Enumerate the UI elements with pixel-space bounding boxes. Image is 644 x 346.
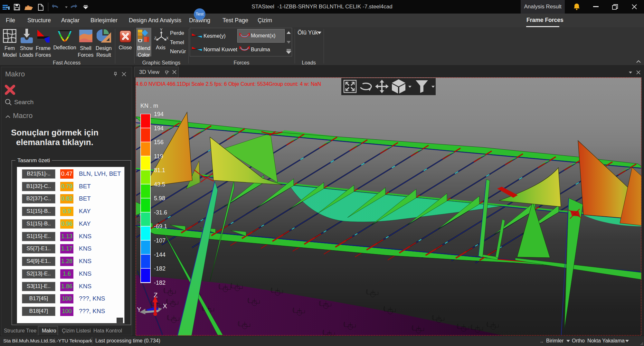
svg-text:Z: Z: [154, 36, 156, 40]
svg-text:43.5: 43.5: [154, 181, 165, 188]
svg-text:5.98: 5.98: [154, 195, 165, 202]
svg-text:-107: -107: [154, 237, 166, 244]
svg-text:-182: -182: [154, 265, 166, 272]
svg-text:156: 156: [154, 139, 164, 145]
svg-text:Y: Y: [160, 28, 163, 32]
svg-text:119: 119: [154, 153, 163, 160]
svg-text:X: X: [166, 36, 169, 40]
svg-text:X: X: [163, 302, 167, 310]
svg-text:194: 194: [154, 111, 164, 117]
svg-text:-31.6: -31.6: [154, 209, 167, 216]
svg-text:KN . m: KN . m: [140, 103, 158, 109]
svg-text:81.1: 81.1: [154, 167, 165, 173]
svg-text:-69.1: -69.1: [154, 223, 167, 230]
svg-text:4.6.0 NVIDIA 466.11Dpi Scale 2: 4.6.0 NVIDIA 466.11Dpi Scale 2.5 fps: 6 …: [136, 81, 321, 87]
svg-text:-182: -182: [154, 280, 166, 286]
svg-text:194: 194: [154, 125, 164, 132]
svg-text:-144: -144: [154, 252, 166, 258]
